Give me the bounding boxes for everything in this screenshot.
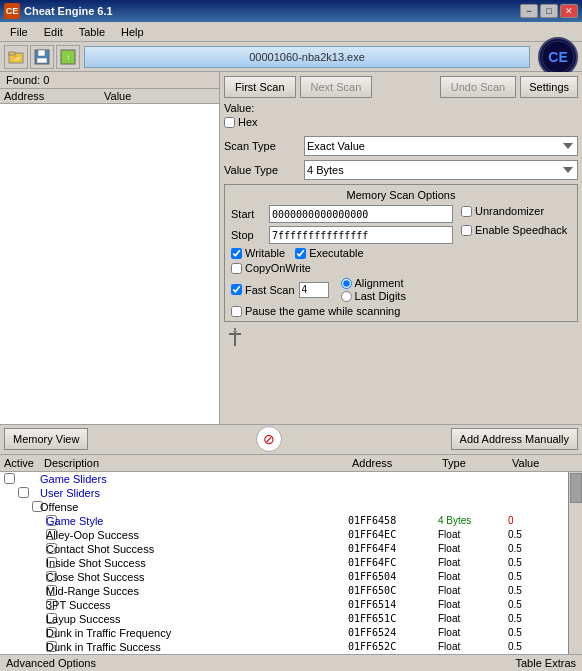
table-row[interactable]: Mid-Range Succes 01FF650C Float 0.5	[0, 584, 568, 598]
row-type: Float	[438, 529, 508, 540]
save-button[interactable]	[30, 45, 54, 69]
menu-file[interactable]: File	[2, 24, 36, 40]
row-checkbox[interactable]	[18, 487, 29, 498]
executable-label: Executable	[309, 247, 363, 259]
menu-edit[interactable]: Edit	[36, 24, 71, 40]
row-type: Float	[438, 641, 508, 652]
mem-checks: Writable Executable	[231, 247, 453, 259]
process-name-bar[interactable]: 00001060-nba2k13.exe	[84, 46, 530, 68]
th-address: Address	[348, 456, 438, 470]
table-row[interactable]: Alley-Oop Success 01FF64EC Float 0.5	[0, 528, 568, 542]
fast-scan-checkbox[interactable]	[231, 284, 242, 295]
row-value: 0.5	[508, 557, 568, 568]
start-input[interactable]	[269, 205, 453, 223]
row-type: Float	[438, 571, 508, 582]
no-button[interactable]: ⊘	[256, 426, 282, 452]
left-col-headers: Address Value	[0, 89, 219, 104]
scan-buttons-row: First Scan Next Scan Undo Scan Settings	[224, 76, 578, 98]
col-value-header: Value	[104, 90, 131, 102]
first-scan-button[interactable]: First Scan	[224, 76, 296, 98]
toolbar-icons: 📂 ↑	[4, 45, 80, 69]
start-label: Start	[231, 208, 265, 220]
address-table-section: Active Description Address Type Value Ga…	[0, 454, 582, 654]
status-right[interactable]: Table Extras	[515, 657, 576, 669]
left-panel: Found: 0 Address Value	[0, 72, 220, 424]
row-type: 4 Bytes	[438, 515, 508, 526]
pause-checkbox[interactable]	[231, 306, 242, 317]
status-left[interactable]: Advanced Options	[6, 657, 96, 669]
stop-input[interactable]	[269, 226, 453, 244]
row-address: 01FF651C	[348, 613, 438, 624]
table-row[interactable]: Close Shot Success 01FF6504 Float 0.5	[0, 570, 568, 584]
open-process-button[interactable]: 📂	[4, 45, 28, 69]
row-label: Inside Shot Success	[46, 557, 348, 569]
stop-label: Stop	[231, 229, 265, 241]
app-icon: CE	[4, 3, 20, 19]
table-row[interactable]: Inside Shot Success 01FF64FC Float 0.5	[0, 556, 568, 570]
minimize-button[interactable]: −	[520, 4, 538, 18]
row-label: User Sliders	[40, 487, 348, 499]
writable-label: Writable	[245, 247, 285, 259]
undo-scan-button[interactable]: Undo Scan	[440, 76, 516, 98]
hex-checkbox[interactable]	[224, 117, 235, 128]
alignment-radio[interactable]	[341, 278, 352, 289]
svg-rect-4	[38, 50, 45, 56]
found-count: Found: 0	[0, 72, 219, 89]
unrandom-checkbox[interactable]	[461, 206, 472, 217]
lastdigits-radio[interactable]	[341, 291, 352, 302]
row-label: 3PT Success	[46, 599, 348, 611]
fast-scan-value[interactable]	[299, 282, 329, 298]
table-row[interactable]: Dunk in Traffic Success 01FF652C Float 0…	[0, 640, 568, 654]
status-bar: Advanced Options Table Extras	[0, 654, 582, 671]
table-row[interactable]: Game Style 01FF6458 4 Bytes 0	[0, 514, 568, 528]
copyonwrite-row: CopyOnWrite	[231, 262, 453, 274]
row-checkbox[interactable]	[4, 473, 15, 484]
settings-button[interactable]: Settings	[520, 76, 578, 98]
row-value: 0.5	[508, 585, 568, 596]
scrollbar[interactable]	[568, 472, 582, 654]
fast-scan-label: Fast Scan	[245, 284, 295, 296]
table-row[interactable]: Game Sliders	[0, 472, 568, 486]
table-row[interactable]: 3PT Success 01FF6514 Float 0.5	[0, 598, 568, 612]
svg-text:📂: 📂	[13, 54, 21, 62]
scan-type-dropdown[interactable]: Exact Value Bigger than... Smaller than.…	[304, 136, 578, 156]
table-row[interactable]: Contact Shot Success 01FF64F4 Float 0.5	[0, 542, 568, 556]
table-row[interactable]: Layup Success 01FF651C Float 0.5	[0, 612, 568, 626]
row-active	[0, 543, 46, 554]
menu-help[interactable]: Help	[113, 24, 152, 40]
scan-type-row: Scan Type Exact Value Bigger than... Sma…	[224, 136, 578, 156]
maximize-button[interactable]: □	[540, 4, 558, 18]
unrandom-wrap: Unrandomizer	[461, 205, 571, 217]
row-label: Game Sliders	[40, 473, 348, 485]
table-row[interactable]: User Sliders	[0, 486, 568, 500]
scan-results-list[interactable]	[0, 104, 219, 424]
value-type-dropdown[interactable]: Byte 2 Bytes 4 Bytes 8 Bytes Float Doubl…	[304, 160, 578, 180]
speedhack-checkbox[interactable]	[461, 225, 472, 236]
next-scan-button[interactable]: Next Scan	[300, 76, 373, 98]
executable-checkbox[interactable]	[295, 248, 306, 259]
row-value: 0.5	[508, 571, 568, 582]
load-button[interactable]: ↑	[56, 45, 80, 69]
close-button[interactable]: ✕	[560, 4, 578, 18]
row-address: 01FF6504	[348, 571, 438, 582]
memory-view-button[interactable]: Memory View	[4, 428, 88, 450]
row-value: 0.5	[508, 613, 568, 624]
copyonwrite-checkbox[interactable]	[231, 263, 242, 274]
table-row[interactable]: Dunk in Traffic Frequency 01FF6524 Float…	[0, 626, 568, 640]
table-row[interactable]: Offense	[0, 500, 568, 514]
th-type: Type	[438, 456, 508, 470]
row-type: Float	[438, 585, 508, 596]
row-active	[0, 501, 40, 512]
row-label: Layup Success	[46, 613, 348, 625]
row-active	[0, 627, 46, 638]
add-address-button[interactable]: Add Address Manually	[451, 428, 578, 450]
alignment-label: Alignment	[355, 277, 404, 289]
memory-scan-options: Memory Scan Options Start Stop	[224, 184, 578, 322]
speedhack-label: Enable Speedhack	[475, 224, 567, 236]
table-scroll[interactable]: Game Sliders User Sliders Offense Game S…	[0, 472, 568, 654]
scrollbar-thumb[interactable]	[570, 473, 582, 503]
writable-checkbox[interactable]	[231, 248, 242, 259]
menu-table[interactable]: Table	[71, 24, 113, 40]
row-address: 01FF6524	[348, 627, 438, 638]
th-active: Active	[0, 456, 40, 470]
